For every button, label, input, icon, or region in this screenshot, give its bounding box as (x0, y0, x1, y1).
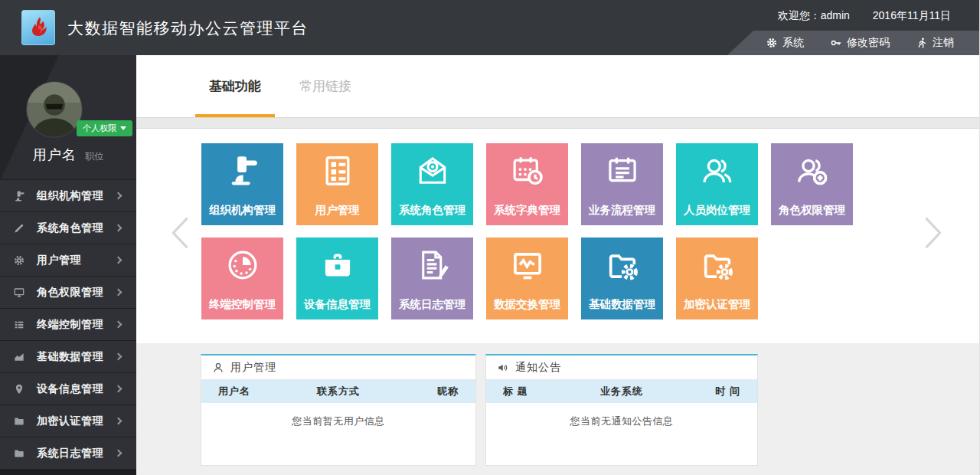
tile-row-2: 终端控制管理 设备信息管理 系统日志管理 数据交换管理 基础数据管理 加密认证管… (201, 238, 758, 319)
notice-panel: 通知公告 标 题 业务系统 时 间 您当前无通知公告信息 (485, 354, 758, 466)
sidebar: 个人权限 用户名 职位 组织机构管理 系统角色管理 用户管理 角色权限管理 终端… (0, 55, 136, 475)
app-tile[interactable]: 组织机构管理 (201, 143, 283, 225)
monitor-wave-icon (510, 247, 545, 283)
sidebar-menu-item[interactable]: 角色权限管理 (0, 276, 136, 308)
key-icon (830, 37, 842, 49)
app-tile[interactable]: 终端控制管理 (201, 238, 283, 319)
welcome-text: 欢迎您：admin (778, 9, 850, 23)
date-text: 2016年11月11日 (873, 9, 951, 23)
tab-bar: 基础功能 常用链接 (136, 55, 980, 117)
caret-down-icon (120, 126, 126, 130)
gauge-icon (225, 247, 260, 283)
carousel-left-icon[interactable] (170, 215, 190, 251)
chart-icon (13, 351, 25, 363)
sidebar-menu-item[interactable]: 系统角色管理 (0, 211, 136, 244)
chevron-right-icon (115, 450, 122, 457)
board-icon (605, 153, 640, 188)
app-logo-flame-icon (21, 10, 55, 45)
sidebar-bottom-strip (0, 469, 136, 475)
column-header: 标 题 (503, 385, 575, 398)
chevron-right-icon (115, 192, 122, 200)
column-header: 用户名 (218, 385, 291, 398)
user-panel-title: 用户管理 (201, 355, 475, 380)
sidebar-menu: 组织机构管理 系统角色管理 用户管理 角色权限管理 终端控制管理 基础数据管理 … (0, 179, 136, 469)
people-icon (700, 153, 735, 188)
checklist-icon (320, 153, 355, 188)
app-tile[interactable]: 用户管理 (296, 143, 378, 225)
app-tile[interactable]: 基础数据管理 (581, 238, 663, 319)
list-icon (13, 319, 25, 331)
app-tile[interactable]: 角色权限管理 (771, 143, 853, 225)
user-name-row: 用户名 职位 (0, 146, 136, 164)
folder-icon (13, 447, 25, 460)
divider-strip (136, 117, 980, 129)
tiles-carousel: 组织机构管理 用户管理 系统角色管理 系统字典管理 业务流程管理 人员岗位管理 … (136, 129, 980, 343)
chevron-right-icon (115, 321, 122, 329)
calendar-clock-icon (510, 153, 545, 188)
column-header: 昵称 (386, 385, 459, 398)
tab-common-links[interactable]: 常用链接 (286, 55, 365, 117)
column-header: 联系方式 (291, 385, 386, 398)
app-title: 大数据智能移动办公云管理平台 (67, 0, 309, 55)
folder-gear-icon (700, 247, 735, 283)
briefcase-icon (320, 247, 355, 283)
carousel-right-icon[interactable] (923, 215, 943, 251)
folder-icon (13, 415, 25, 428)
gavel-icon (225, 153, 260, 188)
quick-action[interactable]: 系统 (766, 36, 804, 50)
column-header: 业务系统 (575, 385, 668, 398)
tab-basic-functions[interactable]: 基础功能 (195, 55, 275, 117)
user-panel: 用户管理 用户名 联系方式 昵称 您当前暂无用户信息 (201, 354, 476, 466)
chevron-right-icon (115, 353, 122, 361)
avatar[interactable] (26, 81, 83, 138)
pin-icon (13, 383, 25, 395)
personal-permission-badge[interactable]: 个人权限 (77, 120, 132, 136)
profile-section: 个人权限 用户名 职位 (0, 55, 136, 179)
sidebar-menu-item[interactable]: 加密认证管理 (0, 405, 136, 437)
sidebar-menu-item[interactable]: 终端控制管理 (0, 308, 136, 340)
doc-pen-icon (415, 247, 450, 283)
user-position: 职位 (85, 151, 103, 162)
sidebar-menu-item[interactable]: 用户管理 (0, 244, 136, 276)
folder-gear-icon (605, 247, 640, 283)
main-content: 基础功能 常用链接 组织机构管理 用户管理 系统角色管理 系统字典管理 业务流程… (136, 55, 980, 475)
gear-icon (13, 254, 25, 267)
app-tile[interactable]: 系统字典管理 (486, 143, 568, 225)
gavel-icon (13, 190, 25, 202)
quick-action[interactable]: 注销 (916, 36, 954, 50)
quick-action-bar: 系统 修改密码 注销 (727, 31, 980, 55)
app-tile[interactable]: 设备信息管理 (296, 238, 378, 319)
chevron-right-icon (115, 385, 122, 393)
logout-icon (916, 37, 928, 49)
chevron-right-icon (115, 418, 122, 425)
sidebar-menu-item[interactable]: 设备信息管理 (0, 372, 136, 405)
app-tile[interactable]: 系统日志管理 (391, 238, 473, 319)
user-table-header: 用户名 联系方式 昵称 (201, 380, 475, 403)
sidebar-menu-item[interactable]: 系统日志管理 (0, 437, 136, 469)
app-tile[interactable]: 人员岗位管理 (676, 143, 758, 225)
monitor-icon (13, 287, 25, 299)
quick-action[interactable]: 修改密码 (830, 36, 890, 50)
user-icon (212, 362, 224, 374)
welcome-row: 欢迎您：admin 2016年11月11日 (778, 0, 951, 32)
notice-empty-message: 您当前无通知公告信息 (486, 414, 757, 428)
tile-row-1: 组织机构管理 用户管理 系统角色管理 系统字典管理 业务流程管理 人员岗位管理 … (201, 143, 853, 225)
chevron-right-icon (115, 289, 122, 296)
app-tile[interactable]: 数据交换管理 (486, 238, 568, 319)
column-header: 时 间 (668, 385, 740, 398)
username: 用户名 (33, 147, 77, 162)
app-tile[interactable]: 加密认证管理 (676, 238, 758, 319)
sidebar-menu-item[interactable]: 基础数据管理 (0, 340, 136, 372)
app-tile[interactable]: 业务流程管理 (581, 143, 663, 225)
app-window: 大数据智能移动办公云管理平台 欢迎您：admin 2016年11月11日 系统 … (0, 0, 980, 475)
notice-panel-title: 通知公告 (486, 355, 757, 380)
chevron-right-icon (115, 257, 122, 264)
top-header: 大数据智能移动办公云管理平台 欢迎您：admin 2016年11月11日 系统 … (0, 0, 980, 55)
speaker-icon (497, 362, 509, 374)
sidebar-menu-item[interactable]: 组织机构管理 (0, 179, 136, 211)
chevron-right-icon (115, 224, 122, 232)
people-plus-icon (795, 153, 830, 188)
app-tile[interactable]: 系统角色管理 (391, 143, 473, 225)
gear-icon (766, 37, 778, 49)
user-empty-message: 您当前暂无用户信息 (201, 414, 475, 428)
